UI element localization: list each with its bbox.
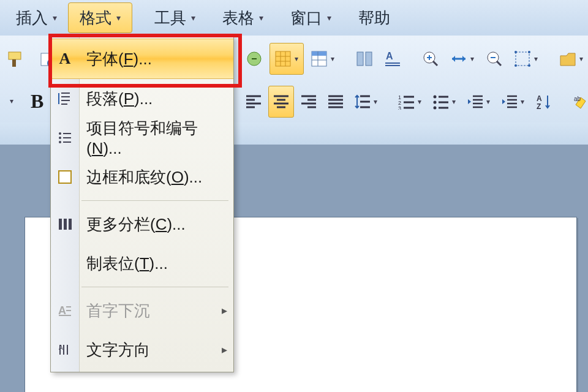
highlight-button[interactable]: ab ▾: [568, 86, 588, 117]
small-dropdown-fragment[interactable]: ▾: [4, 86, 18, 116]
menuitem-tabs[interactable]: 制表位(T)...: [51, 244, 233, 283]
menu-table[interactable]: 表格 ▾: [211, 3, 274, 32]
svg-text:3: 3: [398, 105, 401, 110]
svg-text:A: A: [386, 51, 393, 61]
select-object-button[interactable]: ▾: [510, 43, 543, 74]
svg-text:A: A: [59, 344, 63, 351]
svg-rect-0: [9, 52, 21, 59]
highlight-icon: ab: [572, 92, 588, 111]
align-justify-icon: [327, 94, 344, 110]
align-right-icon: [300, 94, 317, 110]
number-list-icon: 123: [398, 94, 415, 110]
menuitem-label: 首字下沉: [86, 300, 150, 322]
toolbar-left-fragment-row1: [0, 39, 51, 80]
menuitem-text-direction[interactable]: A 文字方向 ▸: [51, 330, 233, 369]
menu-tools[interactable]: 工具 ▾: [143, 3, 206, 32]
align-right-button[interactable]: [296, 86, 321, 117]
columns-layout-button[interactable]: [352, 43, 377, 74]
decrease-indent-button[interactable]: ▾: [463, 86, 495, 117]
menuitem-label: 字体(F)...: [86, 48, 152, 70]
menuitem-borders-shading[interactable]: 边框和底纹(O)...: [51, 157, 233, 197]
svg-point-22: [514, 64, 517, 67]
menu-insert[interactable]: 插入 ▾: [5, 3, 68, 32]
text-wrap-icon: A: [383, 50, 402, 68]
align-center-icon: [273, 94, 290, 110]
svg-point-36: [59, 137, 61, 139]
svg-point-29: [434, 96, 437, 99]
dropcap-icon: A: [55, 300, 75, 321]
menu-label: 格式: [80, 7, 111, 29]
align-left-button[interactable]: [241, 86, 266, 117]
chevron-down-icon: ▾: [293, 55, 300, 63]
bulleted-list-button[interactable]: ▾: [429, 86, 461, 117]
increase-indent-button[interactable]: ▾: [497, 86, 529, 117]
svg-rect-10: [366, 52, 372, 66]
show-grid-button[interactable]: ▾: [270, 43, 304, 75]
list-icon: [55, 127, 75, 148]
chevron-down-icon: ▾: [578, 55, 584, 63]
menubar: 插入 ▾ 格式 ▾ 工具 ▾ 表格 ▾ 窗口 ▾ 帮助: [0, 0, 588, 36]
zoom-in-button[interactable]: [418, 43, 443, 74]
chevron-down-icon: ▾: [191, 13, 195, 23]
sort-az-icon: AZ: [535, 94, 552, 110]
hyperlink-button[interactable]: [241, 43, 267, 74]
border-icon: [55, 167, 75, 187]
svg-text:A: A: [537, 94, 542, 103]
svg-rect-39: [59, 219, 62, 230]
menuitem-font[interactable]: A 字体(F)...: [51, 39, 233, 79]
chevron-right-icon: ▸: [222, 304, 227, 317]
svg-point-37: [59, 141, 61, 143]
svg-point-21: [528, 51, 530, 53]
chevron-down-icon: ▾: [330, 55, 336, 63]
menu-window[interactable]: 窗口 ▾: [279, 3, 342, 32]
line-spacing-button[interactable]: ▾: [350, 86, 382, 117]
open-folder-button[interactable]: ▾: [555, 43, 588, 74]
svg-rect-8: [312, 51, 326, 56]
menuitem-label: 段落(P)...: [86, 88, 153, 110]
svg-line-13: [433, 61, 437, 66]
svg-text:Z: Z: [537, 102, 541, 110]
sort-az-button[interactable]: AZ: [532, 86, 556, 117]
menu-format[interactable]: 格式 ▾: [68, 2, 132, 33]
menu-help[interactable]: 帮助: [347, 3, 401, 32]
format-painter-button[interactable]: [2, 44, 28, 75]
svg-point-35: [59, 132, 61, 135]
page-width-button[interactable]: ▾: [446, 43, 479, 74]
menu-label: 表格: [222, 7, 254, 29]
menuitem-paragraph[interactable]: 段落(P)...: [51, 79, 233, 118]
menuitem-more-columns[interactable]: 更多分栏(C)...: [51, 205, 233, 244]
menuitem-bullets-numbering[interactable]: 项目符号和编号(N)...: [51, 118, 233, 157]
bullet-list-icon: [432, 94, 450, 110]
folder-icon: [559, 50, 577, 68]
chevron-down-icon: ▾: [116, 13, 121, 23]
menuitem-dropcap: A 首字下沉 ▸: [51, 291, 233, 330]
align-left-icon: [245, 94, 262, 110]
svg-text:ab: ab: [574, 96, 581, 102]
link-icon: [245, 50, 263, 68]
chevron-down-icon: ▾: [9, 97, 15, 105]
menu-separator: [81, 287, 228, 287]
bold-button[interactable]: B: [27, 86, 47, 116]
svg-point-23: [528, 64, 530, 67]
insert-table-button[interactable]: ▾: [306, 43, 339, 74]
select-object-icon: [513, 50, 532, 68]
menuitem-label: 制表位(T)...: [86, 253, 168, 274]
format-painter-icon: [6, 50, 24, 69]
numbered-list-button[interactable]: 123 ▾: [394, 86, 426, 117]
text-wrap-button[interactable]: A: [380, 43, 405, 74]
zoom-out-button[interactable]: [481, 43, 507, 74]
format-menu-dropdown: A 字体(F)... 段落(P)... 项目符号和: [50, 36, 234, 372]
table-insert-icon: [310, 50, 328, 68]
line-spacing-icon: [354, 94, 371, 110]
svg-rect-41: [69, 219, 72, 230]
align-justify-button[interactable]: [323, 86, 348, 117]
toolbar-row2: ▾ 123 ▾ ▾ ▾ ▾ AZ ab ▾: [240, 81, 588, 123]
svg-rect-38: [59, 171, 71, 183]
menu-label: 帮助: [358, 7, 390, 29]
svg-rect-19: [516, 52, 529, 66]
menuitem-label: 边框和底纹(O)...: [86, 167, 202, 188]
align-center-button[interactable]: [268, 86, 294, 118]
menu-label: 插入: [16, 7, 48, 29]
toolbar-left-fragment-row2: ▾ B: [0, 81, 53, 121]
svg-rect-40: [64, 219, 67, 230]
